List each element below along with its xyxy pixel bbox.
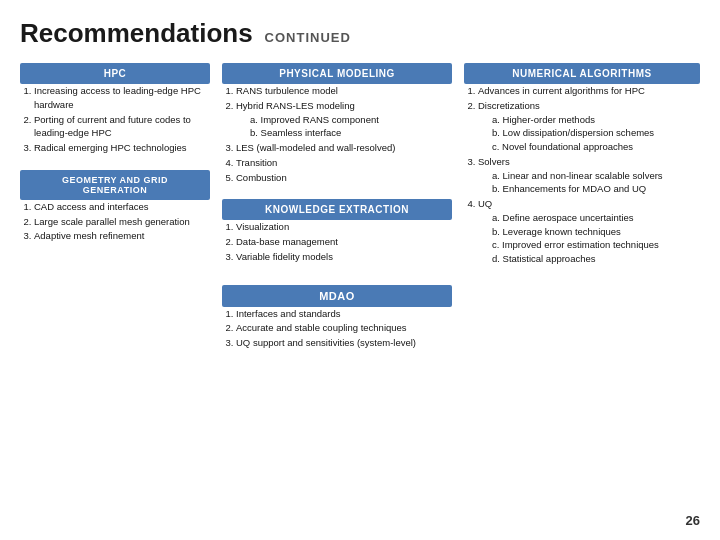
list-item: a. Higher-order methods	[492, 113, 700, 127]
geo-section: GEOMETRY AND GRID GENERATION CAD access …	[20, 170, 210, 244]
title-row: Recommendations CONTINUED	[20, 18, 700, 49]
page: Recommendations CONTINUED HPC Increasing…	[0, 0, 720, 540]
mdao-header: MDAO	[222, 285, 452, 307]
list-item: Solvers a. Linear and non-linear scalabl…	[478, 155, 700, 196]
mdao-section: MDAO Interfaces and standards Accurate a…	[222, 285, 452, 351]
hpc-body: Increasing access to leading-edge HPC ha…	[20, 84, 210, 155]
uq-sublist: a. Define aerospace uncertainties b. Lev…	[478, 211, 700, 266]
geo-body: CAD access and interfaces Large scale pa…	[20, 200, 210, 243]
geo-header: GEOMETRY AND GRID GENERATION	[20, 170, 210, 200]
hybrid-sublist: a. Improved RANS component b. Seamless i…	[236, 113, 452, 141]
columns: HPC Increasing access to leading-edge HP…	[20, 63, 700, 509]
numerical-section: NUMERICAL ALGORITHMS Advances in current…	[464, 63, 700, 267]
list-item: Visualization	[236, 220, 452, 234]
physical-header: PHYSICAL MODELING	[222, 63, 452, 84]
hpc-section: HPC Increasing access to leading-edge HP…	[20, 63, 210, 156]
list-item: a. Linear and non-linear scalable solver…	[492, 169, 700, 183]
list-item: Variable fidelity models	[236, 250, 452, 264]
list-item: b. Enhancements for MDAO and UQ	[492, 182, 700, 196]
list-item: a. Define aerospace uncertainties	[492, 211, 700, 225]
list-item: LES (wall-modeled and wall-resolved)	[236, 141, 452, 155]
solvers-sublist: a. Linear and non-linear scalable solver…	[478, 169, 700, 197]
list-item: UQ support and sensitivities (system-lev…	[236, 336, 452, 350]
list-item: Combustion	[236, 171, 452, 185]
list-item: Porting of current and future codes to l…	[34, 113, 210, 141]
hpc-header: HPC	[20, 63, 210, 84]
list-item: CAD access and interfaces	[34, 200, 210, 214]
disc-sublist: a. Higher-order methods b. Low dissipati…	[478, 113, 700, 154]
list-item: b. Leverage known techniques	[492, 225, 700, 239]
list-item: Hybrid RANS-LES modeling a. Improved RAN…	[236, 99, 452, 140]
list-item: b. Low dissipation/dispersion schemes	[492, 126, 700, 140]
numerical-body: Advances in current algorithms for HPC D…	[464, 84, 700, 266]
knowledge-header: KNOWLEDGE EXTRACTION	[222, 199, 452, 220]
list-item: d. Statistical approaches	[492, 252, 700, 266]
col-right: NUMERICAL ALGORITHMS Advances in current…	[464, 63, 700, 509]
list-item: Advances in current algorithms for HPC	[478, 84, 700, 98]
page-subtitle: CONTINUED	[265, 30, 351, 45]
list-item: a. Improved RANS component	[250, 113, 452, 127]
mdao-body: Interfaces and standards Accurate and st…	[222, 307, 452, 350]
col-left: HPC Increasing access to leading-edge HP…	[20, 63, 210, 509]
list-item: c. Improved error estimation techniques	[492, 238, 700, 252]
page-title: Recommendations	[20, 18, 253, 49]
list-item: Interfaces and standards	[236, 307, 452, 321]
list-item: Adaptive mesh refinement	[34, 229, 210, 243]
list-item: Radical emerging HPC technologies	[34, 141, 210, 155]
list-item: b. Seamless interface	[250, 126, 452, 140]
list-item: Large scale parallel mesh generation	[34, 215, 210, 229]
col-mid: PHYSICAL MODELING RANS turbulence model …	[222, 63, 452, 509]
list-item: c. Novel foundational approaches	[492, 140, 700, 154]
list-item: Accurate and stable coupling techniques	[236, 321, 452, 335]
physical-section: PHYSICAL MODELING RANS turbulence model …	[222, 63, 452, 185]
numerical-header: NUMERICAL ALGORITHMS	[464, 63, 700, 84]
list-item: Data-base management	[236, 235, 452, 249]
footer: 26	[20, 509, 700, 528]
knowledge-section: KNOWLEDGE EXTRACTION Visualization Data-…	[222, 199, 452, 264]
list-item: UQ a. Define aerospace uncertainties b. …	[478, 197, 700, 266]
page-number: 26	[686, 513, 700, 528]
list-item: RANS turbulence model	[236, 84, 452, 98]
physical-body: RANS turbulence model Hybrid RANS-LES mo…	[222, 84, 452, 184]
list-item: Discretizations a. Higher-order methods …	[478, 99, 700, 154]
knowledge-body: Visualization Data-base management Varia…	[222, 220, 452, 263]
list-item: Transition	[236, 156, 452, 170]
list-item: Increasing access to leading-edge HPC ha…	[34, 84, 210, 112]
